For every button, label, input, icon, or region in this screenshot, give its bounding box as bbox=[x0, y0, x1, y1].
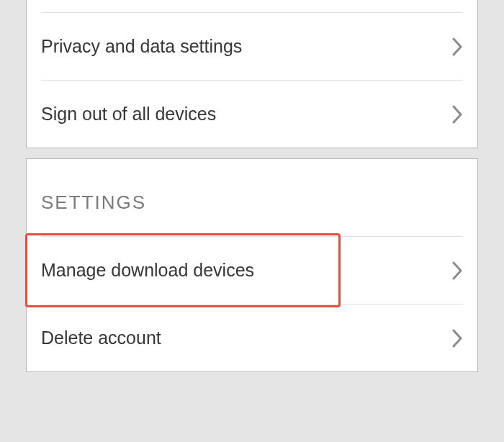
row-label: Manage download devices bbox=[41, 260, 254, 281]
row-label: Sign out of all devices bbox=[41, 104, 216, 125]
chevron-right-icon bbox=[452, 105, 463, 124]
divider bbox=[41, 214, 463, 237]
delete-account-row[interactable]: Delete account bbox=[41, 305, 463, 371]
section-header-settings: SETTINGS bbox=[27, 159, 477, 214]
divider bbox=[41, 0, 463, 13]
row-label: Privacy and data settings bbox=[41, 36, 242, 57]
privacy-and-data-settings-row[interactable]: Privacy and data settings bbox=[41, 13, 463, 81]
sign-out-all-devices-row[interactable]: Sign out of all devices bbox=[41, 81, 463, 148]
row-label: Delete account bbox=[41, 328, 161, 348]
settings-group-1: Privacy and data settings Sign out of al… bbox=[26, 0, 478, 148]
chevron-right-icon bbox=[452, 37, 463, 56]
settings-group-2: SETTINGS Manage download devices Delete … bbox=[26, 158, 478, 372]
chevron-right-icon bbox=[452, 261, 463, 280]
manage-download-devices-row[interactable]: Manage download devices bbox=[41, 237, 463, 305]
chevron-right-icon bbox=[452, 329, 463, 348]
